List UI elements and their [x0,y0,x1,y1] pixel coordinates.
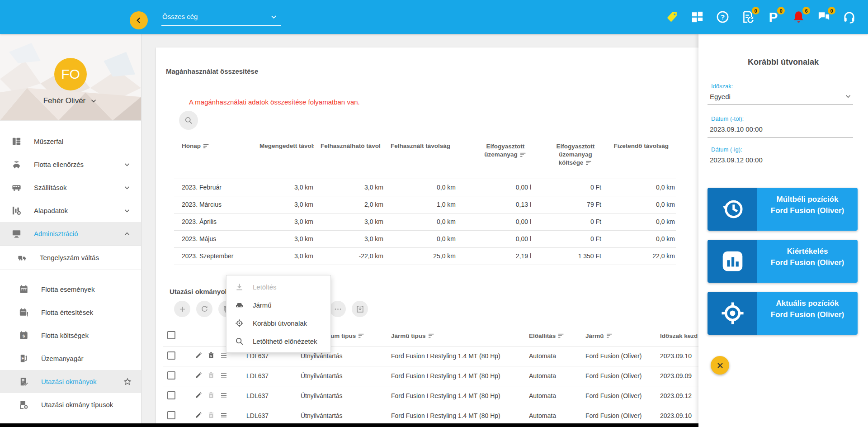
star-icon[interactable] [123,377,132,386]
sidebar-item-adminisztracio[interactable]: Adminisztráció [0,222,141,245]
select-all-checkbox[interactable] [167,331,175,339]
multbeli-poziciok-button[interactable]: Múltbéli pozíciókFord Fusion (Oliver) [708,188,858,231]
field-datum-tol: Dátum (-tól):2023.09.10 00:00 [708,115,853,138]
parking-icon[interactable]: P0 [766,10,780,24]
truck-icon [17,252,28,263]
field-value[interactable]: 2023.09.12 00:00 [708,153,853,168]
delete-trash-icon[interactable] [207,371,215,380]
production: Automata [524,386,581,406]
sidebar-item-flotta-ellenorzes[interactable]: Flotta ellenőrzés [0,153,141,176]
sidebar-menu: MűszerfalFlotta ellenőrzésSzállításokAla… [0,130,141,416]
company-select[interactable]: Összes cég [161,13,281,26]
sidebar-item-flotta-ertesitesek[interactable]: Flotta értesítések [0,301,141,324]
column-header[interactable]: Elfogyasztott üzemanyag [484,143,524,158]
bar-chart-icon [720,249,745,274]
sort-icon[interactable] [359,333,365,338]
sort-icon[interactable] [586,159,592,164]
field-value[interactable]: 2023.09.10 00:00 [708,122,853,138]
search-button[interactable] [179,111,198,130]
bell-icon[interactable]: 6 [792,10,806,24]
row-checkbox[interactable] [167,391,175,399]
sidebar-item-alapadatok[interactable]: Alapadatok [0,199,141,222]
menu-item-letoltheto-elonezetek[interactable]: Letölthető előnézetek [226,332,330,350]
sidebar-item-utazasi-okmanyok[interactable]: Utazási okmányok [0,370,141,393]
delete-trash-icon[interactable] [207,391,215,399]
row-checkbox[interactable] [167,411,175,419]
sidebar-item-flotta-esemenyek[interactable]: Flotta események [0,278,141,301]
document-gear-icon [19,399,29,410]
sidebar-item-utazasi-okmany-tipusok[interactable]: Utazási okmány típusok [0,393,141,416]
sidebar-item-flotta-koltsegek[interactable]: $Flotta költségek [0,324,141,347]
grid-icon[interactable] [690,10,704,24]
tag-icon[interactable] [665,10,679,24]
menu-item-label: Jármű [253,301,272,309]
document-refresh-icon[interactable]: 0 [741,10,755,24]
sort-icon[interactable] [607,333,613,338]
download-button[interactable] [352,301,368,317]
refresh-icon [200,305,209,313]
column-header[interactable]: Előállítás [529,332,556,339]
back-button[interactable] [130,11,148,29]
aktualis-poziciok-button[interactable]: Aktuális pozíciókFord Fusion (Oliver) [708,292,858,335]
user-profile[interactable]: FO Fehér Olivér [0,34,141,121]
headset-icon[interactable] [842,10,856,24]
avatar[interactable]: FO [54,58,87,90]
sidebar-item-szallitasok[interactable]: Szállítások [0,176,141,199]
edit-pencil-icon[interactable] [194,411,203,419]
sidebar-item-label: Flotta értesítések [41,308,93,316]
menu-item-jarmu[interactable]: Jármű [226,296,330,314]
document-type: Útnyilvántartás [296,406,387,426]
edit-pencil-icon[interactable] [194,391,203,399]
column-header[interactable]: Jármű típus [391,332,426,339]
row-checkbox[interactable] [167,351,175,360]
user-name[interactable]: Fehér Olivér [0,96,141,105]
sidebar-item-muszerfal[interactable]: Műszerfal [0,130,141,153]
help-icon[interactable]: ? [716,10,730,24]
chat-icon[interactable]: 0 [817,10,831,24]
column-header[interactable]: Hónap [182,142,201,149]
sidebar-item-label: Utazási okmány típusok [41,401,113,408]
column-header[interactable]: Jármű [585,332,604,339]
refresh-button[interactable] [196,301,212,317]
edit-pencil-icon[interactable] [194,351,203,360]
close-panel-button[interactable] [711,356,729,375]
vehicle-type: Ford Fusion I Restyling 1.4 MT (80 Hp) [387,406,524,426]
field-label: Időszak: [708,83,853,90]
row-checkbox[interactable] [167,371,175,380]
table-cell: 0,00 l [457,179,532,196]
row-menu-icon[interactable] [220,411,228,419]
more-button[interactable] [330,301,346,317]
location-icon [235,318,244,328]
sidebar-item-uzemanyagar[interactable]: FÜzemanyagár [0,347,141,370]
delete-trash-icon[interactable] [207,411,215,419]
chevron-down-icon [90,97,98,105]
sort-icon[interactable] [429,333,435,338]
monitor-icon [11,228,22,239]
table-row: 2023. Május3,0 km3,0 km0,0 km0,00 l0 Ft0… [174,230,676,247]
table-cell: 79 Ft [532,196,602,213]
menu-item-korabbi-utvonalak[interactable]: Korábbi útvonalak [226,314,330,332]
sidebar-item-label: Flotta ellenőrzés [34,161,84,168]
bus-icon [11,182,22,193]
row-menu-icon[interactable] [220,371,228,380]
add-button[interactable] [174,301,190,317]
table-row: LDL637ÚtnyilvántartásFord Fusion I Resty… [163,406,701,426]
field-value[interactable]: Egyedi [708,90,853,105]
table-row: 2023. Április3,0 km3,0 km0,0 km0,00 l0 F… [174,213,676,230]
sort-icon[interactable] [558,333,565,338]
kiertekeles-button[interactable]: KiértékelésFord Fusion (Oliver) [708,240,858,283]
calendar-alert-icon [19,307,29,318]
sort-icon[interactable] [203,143,210,148]
menu-item-letoltes[interactable]: Letöltés [226,278,330,296]
delete-trash-icon[interactable] [207,351,215,360]
private-use-title: Magánhasználat összesítése [166,67,258,75]
sidebar-item-tengelyszam-valtas[interactable]: Tengelyszám váltás [0,245,141,270]
row-menu-icon[interactable] [220,391,228,399]
company-select-value: Összes cég [161,13,281,20]
sidebar-item-label: Flotta események [41,285,94,293]
sort-icon[interactable] [520,151,527,156]
edit-pencil-icon[interactable] [194,371,203,380]
private-use-table: HónapMegengedett távolsáFelhasználható t… [174,136,676,265]
chevron-left-icon [134,15,144,25]
column-header: Felhasználható távol [321,142,381,149]
